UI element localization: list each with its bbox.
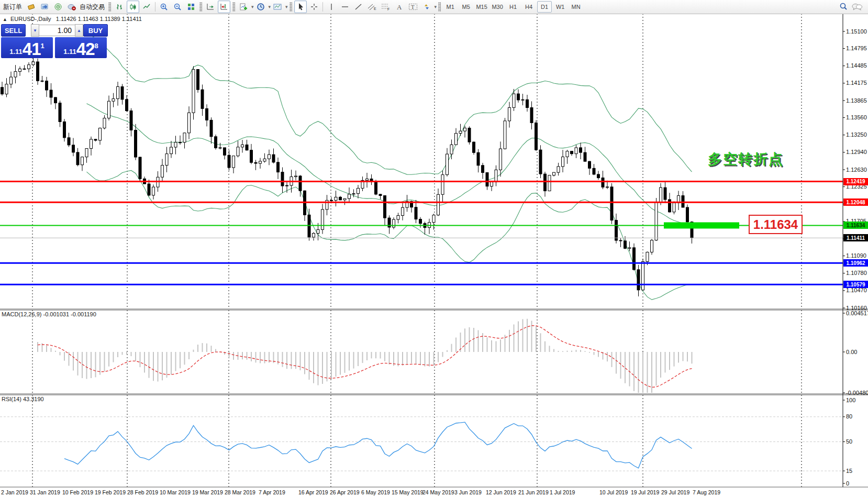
buy-button[interactable]: BUY <box>83 24 108 37</box>
highlight-rectangle[interactable] <box>664 222 739 228</box>
date-label: 10 Feb 2019 <box>62 489 93 495</box>
periods-caret-icon[interactable]: ▾ <box>269 4 271 9</box>
price-badge-1.11634: 1.11634 <box>843 222 868 229</box>
line-chart-icon[interactable] <box>140 1 153 13</box>
axis-tick-label: 1.14485 <box>846 62 867 69</box>
svg-text:A: A <box>397 3 402 11</box>
zoom-out-icon[interactable] <box>171 1 184 13</box>
timeframe-button-H1[interactable]: H1 <box>506 1 520 13</box>
horizontal-line-icon[interactable] <box>339 1 351 13</box>
volume-stepper: ▼ ▲ <box>31 25 83 36</box>
sell-button[interactable]: SELL <box>1 24 26 37</box>
axis-tick-label: 0.004517 <box>846 310 868 316</box>
axis-tick-label: 1.13250 <box>846 131 867 138</box>
price-callout-box[interactable]: 1.11634 <box>749 215 803 234</box>
date-label: 21 Jun 2019 <box>518 489 549 495</box>
volume-increase-button[interactable]: ▲ <box>75 24 83 37</box>
sell-price-sup: 1 <box>41 42 44 50</box>
axis-tick-label: -0.004806 <box>846 390 868 396</box>
mt4-window: 新订单 自动交易 <box>0 0 868 497</box>
templates-icon[interactable] <box>271 1 284 13</box>
equidistant-channel-icon[interactable]: E <box>366 1 379 13</box>
toolbar-group-scroll <box>204 0 231 14</box>
axis-tick-label: 1.14795 <box>846 45 867 51</box>
sell-price-display[interactable]: 1.11 41 1 <box>1 37 53 58</box>
date-label: 31 Jan 2019 <box>30 489 60 495</box>
volume-decrease-button[interactable]: ▼ <box>31 24 39 37</box>
price-badge-1.11411: 1.11411 <box>843 234 868 241</box>
date-label: 19 Jul 2019 <box>631 489 659 495</box>
chart-shift-icon[interactable] <box>218 1 230 13</box>
toolbar-drag-handle[interactable] <box>199 2 202 12</box>
axis-tick-label: 0 <box>846 480 849 487</box>
axis-tick-label: 1.12630 <box>846 167 867 173</box>
chart-header: ▲ EURUSD-,Daily 1.11426 1.11463 1.11389 … <box>3 16 142 22</box>
arrow-tools-caret-icon[interactable]: ▾ <box>435 4 437 9</box>
search-icon[interactable] <box>837 1 850 13</box>
svg-text:E: E <box>374 7 376 10</box>
date-label: 2 Jan 2019 <box>1 489 28 495</box>
toolbar-drag-handle[interactable] <box>438 2 441 12</box>
autotrade-button-label[interactable]: 自动交易 <box>80 3 105 12</box>
date-label: 12 Jun 2019 <box>486 489 516 495</box>
chat-icon[interactable] <box>851 1 863 13</box>
timeframe-button-M1[interactable]: M1 <box>443 1 458 13</box>
candlestick-icon[interactable] <box>127 1 139 13</box>
volume-input[interactable] <box>39 25 75 36</box>
tile-windows-icon[interactable] <box>185 1 197 13</box>
axis-tick-label: 1.10780 <box>846 270 867 276</box>
one-click-trade-panel: SELL ▼ ▲ BUY 1.11 41 1 1.11 42 8 <box>1 25 108 58</box>
axis-tick-label: 100 <box>846 397 855 403</box>
indicators-caret-icon[interactable]: ▾ <box>251 4 254 9</box>
crosshair-icon[interactable] <box>308 1 320 13</box>
timeframe-button-W1[interactable]: W1 <box>553 1 567 13</box>
indicators-icon[interactable] <box>237 1 250 13</box>
bollinger-bands <box>87 35 692 300</box>
date-label: 7 Apr 2019 <box>259 489 285 495</box>
ohlc-values: 1.11426 1.11463 1.11389 1.11411 <box>56 16 142 22</box>
toolbar-group-insert: ▾ ▾ ▾ <box>237 0 288 14</box>
timeframe-group: M1M5M15M30H1H4D1W1MN <box>442 0 584 14</box>
sell-price-prefix: 1.11 <box>9 48 23 56</box>
date-label: 7 Aug 2019 <box>693 489 720 495</box>
fibonacci-icon[interactable]: F <box>380 1 392 13</box>
timeframe-button-D1[interactable]: D1 <box>537 1 552 13</box>
svg-text:F: F <box>387 7 390 11</box>
profiles-icon[interactable] <box>38 1 51 13</box>
autotrade-icon[interactable] <box>65 1 78 13</box>
zoom-in-icon[interactable] <box>158 1 170 13</box>
trendline-icon[interactable] <box>352 1 365 13</box>
text-icon[interactable]: A <box>393 1 406 13</box>
timeframe-button-H4[interactable]: H4 <box>521 1 536 13</box>
periods-icon[interactable] <box>254 1 267 13</box>
date-label: 28 Feb 2019 <box>127 489 158 495</box>
signals-icon[interactable] <box>52 1 64 13</box>
toolbar-drag-handle[interactable] <box>232 2 235 12</box>
timeframe-button-M30[interactable]: M30 <box>490 1 505 13</box>
symbol-triangle-icon: ▲ <box>3 17 7 22</box>
vertical-line-icon[interactable] <box>325 1 338 13</box>
toolbar-drag-handle[interactable] <box>290 2 292 12</box>
history-center-icon[interactable] <box>25 1 37 13</box>
axis-tick-label: 1.15100 <box>846 28 867 35</box>
timeframe-button-MN[interactable]: MN <box>569 1 583 13</box>
templates-caret-icon[interactable]: ▾ <box>285 4 288 9</box>
timeframe-button-M5[interactable]: M5 <box>459 1 473 13</box>
buy-price-prefix: 1.11 <box>63 48 76 56</box>
rsi-indicator <box>0 417 843 471</box>
bar-chart-icon[interactable] <box>113 1 126 13</box>
date-label: 26 Apr 2019 <box>330 489 360 495</box>
buy-price-display[interactable]: 1.11 42 8 <box>55 37 107 58</box>
axis-tick-label: 1.13560 <box>846 114 867 120</box>
toolbar-drag-handle[interactable] <box>108 2 111 12</box>
date-label: 15 May 2019 <box>392 489 424 495</box>
price-badge-1.12419: 1.12419 <box>843 178 868 185</box>
cursor-icon[interactable] <box>294 1 307 13</box>
svg-text:T: T <box>411 4 415 10</box>
date-label: 24 May 2019 <box>422 489 454 495</box>
arrow-tools-icon[interactable] <box>420 1 433 13</box>
timeframe-button-M15[interactable]: M15 <box>474 1 489 13</box>
text-label-icon[interactable]: T <box>407 1 419 13</box>
new-order-button[interactable]: 新订单 <box>3 3 22 12</box>
auto-scroll-icon[interactable] <box>204 1 217 13</box>
